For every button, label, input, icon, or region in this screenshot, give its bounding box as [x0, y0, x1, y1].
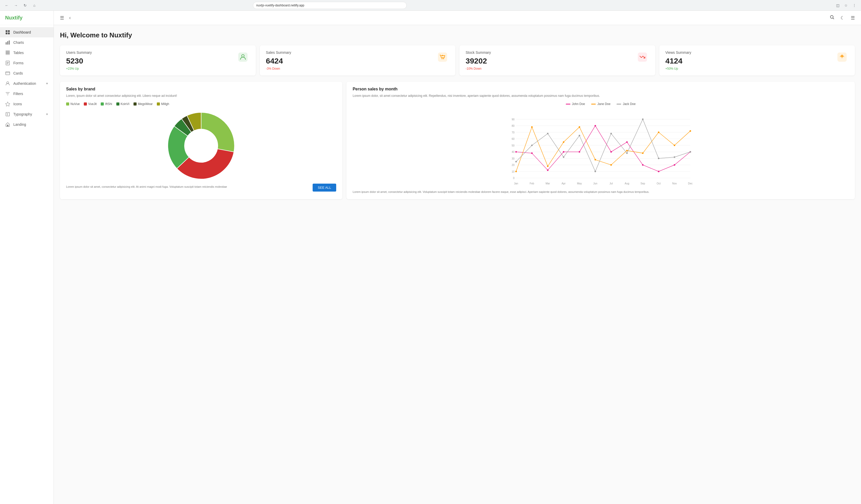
sidebar-item-label-filters: Filters — [13, 92, 23, 96]
svg-line-23 — [833, 18, 834, 19]
svg-rect-5 — [7, 41, 8, 44]
reload-button[interactable]: ↻ — [22, 2, 29, 9]
svg-rect-2 — [5, 32, 8, 34]
forms-icon — [5, 60, 10, 66]
line-legend-item: John Doe — [566, 102, 585, 106]
summary-card-icon-0 — [236, 51, 249, 64]
line-dot — [515, 161, 517, 163]
sidebar-item-label-typography: Typography — [13, 112, 32, 116]
summary-card-text-2: Stock Summary 39202 -10% Down — [466, 51, 491, 70]
forward-button[interactable]: → — [12, 2, 19, 9]
line-dot — [658, 132, 659, 133]
top-header: ☰ ‹ ☾ ☰ — [54, 11, 861, 25]
authentication-icon — [5, 81, 10, 86]
extensions-button[interactable]: ◫ — [834, 2, 842, 9]
line-dot — [674, 156, 675, 158]
line-dot — [689, 130, 691, 132]
legend-label: KoinVi — [121, 102, 129, 106]
donut-legend: NuVueVueJitIftShiKoinViMegsWearMillgh — [66, 102, 336, 106]
main-content: Hi, Welcome to Nuxtify Users Summary 523… — [54, 25, 861, 504]
sidebar-item-cards[interactable]: Cards — [0, 68, 54, 79]
summary-card-value-0: 5230 — [66, 57, 92, 65]
menu-button[interactable]: ⋮ — [851, 2, 858, 9]
home-button[interactable]: ⌂ — [31, 2, 38, 9]
y-axis-label: 90 — [512, 118, 515, 121]
sidebar-item-landing[interactable]: Landing — [0, 120, 54, 130]
line-dot — [579, 126, 580, 128]
x-axis-label: Feb — [530, 182, 534, 185]
sidebar-item-tables[interactable]: Tables — [0, 48, 54, 58]
charts-icon — [5, 40, 10, 45]
svg-point-28 — [443, 58, 444, 59]
svg-rect-0 — [5, 30, 8, 32]
x-axis-label: Dec — [688, 182, 693, 185]
line-legend-item: Jane Doe — [591, 102, 610, 106]
donut-legend-item: IftShi — [101, 102, 112, 106]
x-axis-label: May — [577, 182, 582, 185]
sidebar-item-filters[interactable]: Filters — [0, 89, 54, 99]
hamburger-menu-button[interactable]: ☰ — [59, 14, 65, 22]
line-chart-card: Person sales by month Lorem ipsum dolor,… — [346, 82, 855, 199]
donut-legend-item: Millgh — [157, 102, 169, 106]
summary-card-label-1: Sales Summary — [266, 51, 291, 55]
line-legend-label: Jack Doe — [623, 102, 636, 106]
sidebar: Nuxtify Dashboard — [0, 11, 54, 504]
bookmark-button[interactable]: ☆ — [843, 2, 850, 9]
header-back-button[interactable]: ‹ — [68, 14, 72, 22]
y-axis-label: 10 — [512, 170, 515, 173]
donut-legend-item: VueJit — [84, 102, 97, 106]
sidebar-item-label-forms: Forms — [13, 61, 24, 65]
typography-icon: T — [5, 112, 10, 117]
line-legend-color — [566, 104, 571, 104]
svg-rect-8 — [5, 52, 10, 53]
see-all-button[interactable]: SEE ALL — [313, 184, 336, 192]
search-button[interactable] — [829, 14, 835, 22]
line-dot — [563, 151, 564, 153]
sidebar-nav: Dashboard Charts — [0, 25, 54, 132]
line-dot — [594, 159, 596, 160]
charts-row: Sales by brand Lorem, ipsum dolor sit am… — [60, 82, 855, 199]
page-title: Hi, Welcome to Nuxtify — [60, 31, 855, 39]
back-button[interactable]: ← — [3, 2, 10, 9]
theme-toggle-button[interactable]: ☾ — [839, 14, 846, 22]
donut-chart-container — [66, 110, 336, 182]
y-axis-label: 20 — [512, 164, 515, 167]
line-dot — [610, 151, 612, 153]
summary-card-salessummary: Sales Summary 6424 -3% Down — [260, 45, 456, 75]
line-dot — [515, 171, 517, 172]
legend-color-dot — [134, 102, 137, 106]
sidebar-item-dashboard[interactable]: Dashboard — [0, 27, 54, 38]
svg-text:T: T — [7, 113, 8, 116]
y-axis-label: 40 — [512, 151, 515, 153]
sidebar-item-forms[interactable]: Forms — [0, 58, 54, 68]
typography-chevron-icon: ▼ — [46, 113, 49, 116]
sidebar-item-charts[interactable]: Charts — [0, 38, 54, 48]
icons-icon — [5, 101, 10, 107]
more-options-button[interactable]: ☰ — [850, 14, 856, 22]
sidebar-item-label-charts: Charts — [13, 40, 24, 44]
sidebar-item-authentication[interactable]: Authentication ▼ — [0, 79, 54, 89]
legend-label: VueJit — [88, 102, 97, 106]
sidebar-item-label-landing: Landing — [13, 122, 26, 126]
line-dot — [594, 125, 596, 126]
line-dot — [547, 169, 549, 171]
svg-rect-21 — [7, 125, 9, 126]
line-dot — [579, 135, 580, 136]
summary-card-change-2: -10% Down — [466, 67, 491, 70]
sidebar-item-label-dashboard: Dashboard — [13, 30, 31, 34]
sidebar-item-typography[interactable]: T Typography ▼ — [0, 109, 54, 120]
line-footer-text: Lorem ipsum dolor sit amet, consectetur … — [353, 190, 849, 194]
donut-legend-item: MegsWear — [134, 102, 153, 106]
legend-label: NuVue — [70, 102, 80, 106]
donut-footer-text: Lorem ipsum dolor sit amet, consectetur … — [66, 185, 310, 189]
line-dot — [610, 164, 612, 166]
legend-label: IftShi — [105, 102, 112, 106]
sidebar-item-label-icons: Icons — [13, 102, 22, 106]
summary-card-userssummary: Users Summary 5230 +23% Up — [60, 45, 256, 75]
line-chart-title: Person sales by month — [353, 87, 849, 92]
svg-rect-29 — [638, 53, 647, 62]
line-series — [516, 126, 690, 171]
sidebar-item-icons[interactable]: Icons — [0, 99, 54, 109]
line-dot — [547, 133, 549, 135]
address-bar[interactable]: nuxtjs-vuetify-dashboard.netlify.app — [253, 2, 407, 9]
